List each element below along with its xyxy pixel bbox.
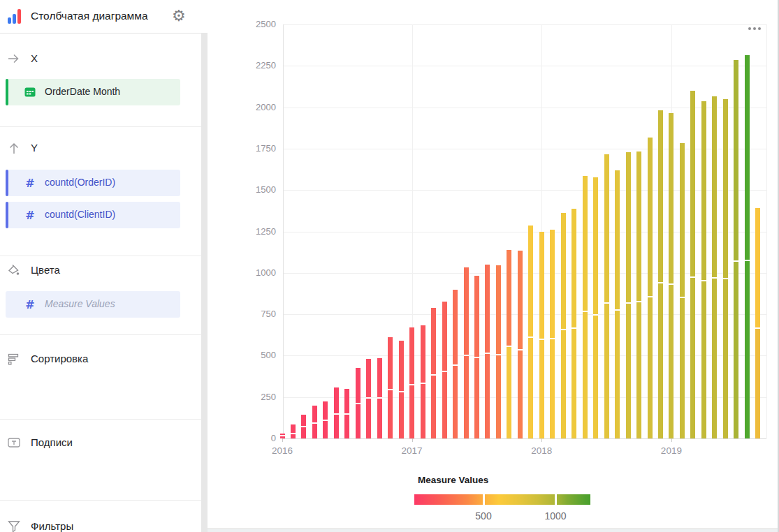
y-field-label: countd(OrderID): [45, 177, 115, 188]
section-filters-header[interactable]: Фильтры: [0, 519, 201, 532]
section-sorting-header[interactable]: Сортировка: [0, 351, 201, 368]
bar-countd-clientid[interactable]: [356, 403, 361, 438]
bar-countd-clientid[interactable]: [344, 413, 349, 438]
y-axis-tick-label: 750: [235, 309, 276, 319]
bar-countd-clientid[interactable]: [701, 280, 706, 438]
bar-countd-clientid[interactable]: [712, 277, 717, 438]
bar-countd-clientid[interactable]: [528, 337, 533, 438]
bar-countd-clientid[interactable]: [421, 383, 425, 438]
gridline-horizontal: [283, 66, 766, 66]
y-field-label: countd(ClientID): [45, 209, 115, 220]
dimension-accent: [6, 79, 8, 105]
bar-countd-clientid[interactable]: [366, 397, 371, 438]
hash-icon: #: [24, 298, 36, 311]
bar-countd-clientid[interactable]: [745, 260, 750, 438]
chart-more-menu-icon[interactable]: [747, 24, 765, 34]
bar-countd-clientid[interactable]: [648, 296, 653, 438]
bar-countd-clientid[interactable]: [431, 374, 436, 438]
bar-countd-clientid[interactable]: [636, 301, 641, 438]
bar-countd-clientid[interactable]: [323, 420, 328, 438]
bar-countd-clientid[interactable]: [280, 435, 285, 438]
legend-tick-label: 1000: [545, 510, 567, 522]
legend-gradient-bar: [414, 494, 590, 505]
divider: [0, 126, 201, 127]
section-colors-label: Цвета: [31, 264, 60, 276]
gear-icon[interactable]: ⚙: [172, 6, 186, 26]
x-axis-tick: [541, 438, 542, 442]
bar-countd-clientid[interactable]: [496, 354, 501, 438]
x-axis-tick: [282, 438, 283, 442]
bar-countd-clientid[interactable]: [291, 433, 296, 438]
y-axis-tick-label: 2500: [235, 19, 276, 29]
y-axis-line: [283, 24, 284, 438]
legend-title: Measure Values: [418, 475, 488, 485]
x-axis-year-label: 2016: [272, 445, 293, 456]
y-axis-tick-label: 1500: [235, 184, 276, 195]
bar-countd-clientid[interactable]: [485, 353, 490, 438]
y-field-countd-orderid[interactable]: # countd(OrderID): [6, 170, 180, 196]
colors-field-label: Measure Values: [45, 298, 115, 309]
field-sidebar: Столбчатая диаграмма ⚙ X OrderDate Month…: [0, 0, 208, 532]
x-axis-line: [283, 438, 766, 439]
bar-countd-clientid[interactable]: [399, 391, 404, 438]
sidebar-scrollbar[interactable]: [201, 33, 208, 532]
bar-countd-clientid[interactable]: [518, 349, 523, 438]
x-axis-year-label: 2017: [402, 445, 423, 456]
bar-countd-clientid[interactable]: [690, 276, 695, 438]
legend-divider: [483, 494, 485, 505]
bar-countd-clientid[interactable]: [669, 283, 674, 438]
funnel-icon: [7, 519, 21, 532]
section-colors-header: Цвета: [0, 263, 201, 279]
legend-tick-label: 500: [475, 510, 491, 522]
calendar-icon: [24, 86, 36, 98]
bar-countd-clientid[interactable]: [474, 357, 479, 438]
bar-countd-clientid[interactable]: [723, 278, 728, 438]
bar-countd-clientid[interactable]: [680, 297, 685, 438]
bar-countd-clientid[interactable]: [615, 309, 620, 438]
bar-countd-clientid[interactable]: [550, 338, 555, 438]
measure-accent: [6, 202, 8, 228]
bar-countd-clientid[interactable]: [388, 389, 393, 438]
gridline-vertical: [766, 24, 767, 438]
bar-countd-clientid[interactable]: [604, 302, 609, 438]
bar-countd-clientid[interactable]: [442, 371, 447, 438]
bar-countd-clientid[interactable]: [507, 346, 511, 438]
bar-countd-clientid[interactable]: [571, 327, 576, 438]
y-axis-tick-label: 1750: [235, 143, 276, 154]
arrow-up-icon: [7, 141, 21, 155]
bottom-scrollbar-track[interactable]: [208, 529, 779, 532]
bar-countd-clientid[interactable]: [539, 339, 544, 439]
hash-icon: #: [24, 209, 36, 221]
text-label-icon: [7, 436, 21, 450]
x-field-label: OrderDate Month: [45, 86, 120, 97]
bar-countd-clientid[interactable]: [734, 260, 738, 438]
bar-countd-clientid[interactable]: [377, 397, 382, 438]
bar-countd-clientid[interactable]: [464, 355, 469, 438]
bar-countd-clientid[interactable]: [658, 282, 663, 438]
bar-countd-clientid[interactable]: [561, 329, 566, 438]
section-y-label: Y: [31, 142, 38, 154]
divider: [0, 256, 201, 256]
section-sorting-label: Сортировка: [31, 353, 88, 364]
colors-field-measure-values[interactable]: # Measure Values: [6, 291, 180, 318]
section-labels-header[interactable]: Подписи: [0, 435, 201, 452]
y-field-countd-clientid[interactable]: # countd(ClientID): [6, 202, 180, 228]
hash-icon: #: [24, 177, 36, 189]
bar-countd-clientid[interactable]: [301, 426, 306, 438]
paint-bucket-icon: [7, 263, 21, 277]
bar-countd-clientid[interactable]: [593, 314, 598, 438]
bar-countd-clientid[interactable]: [334, 413, 339, 438]
y-axis-tick-label: 1000: [235, 267, 276, 278]
bar-countd-clientid[interactable]: [312, 422, 317, 438]
sidebar-header: Столбчатая диаграмма ⚙: [0, 0, 208, 34]
bar-countd-clientid[interactable]: [409, 384, 414, 438]
bar-countd-clientid[interactable]: [755, 327, 760, 438]
y-axis-tick-label: 500: [235, 350, 276, 360]
x-axis-year-label: 2019: [661, 445, 682, 456]
bar-countd-clientid[interactable]: [626, 302, 631, 438]
x-field-orderdate-month[interactable]: OrderDate Month: [6, 79, 180, 105]
arrow-right-icon: [7, 52, 21, 66]
bar-countd-clientid[interactable]: [453, 364, 458, 438]
gridline-horizontal: [283, 24, 766, 25]
bar-countd-clientid[interactable]: [583, 311, 588, 438]
